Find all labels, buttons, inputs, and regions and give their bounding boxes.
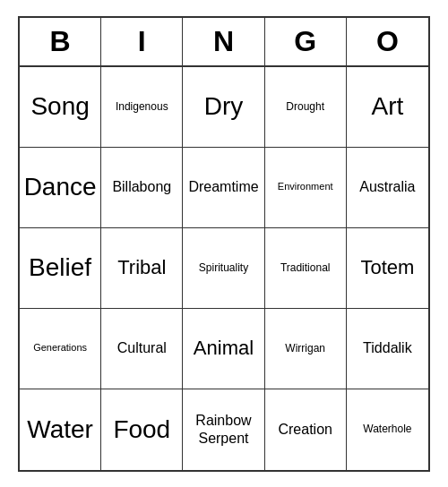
cell-label: Food <box>113 414 170 445</box>
cell-label: Traditional <box>280 261 331 274</box>
cell-r3-c4: Tiddalik <box>347 309 428 389</box>
cell-r3-c1: Cultural <box>101 309 183 389</box>
cell-label: Belief <box>29 252 91 283</box>
cell-r4-c3: Creation <box>265 389 347 470</box>
cell-label: Art <box>372 91 404 122</box>
cell-r2-c3: Traditional <box>265 228 347 309</box>
cell-label: Tiddalik <box>363 339 412 356</box>
cell-r2-c0: Belief <box>20 228 101 309</box>
bingo-card: BINGO SongIndigenousDryDroughtArtDanceBi… <box>18 16 430 472</box>
cell-r3-c2: Animal <box>183 309 264 389</box>
header-letter: B <box>20 18 101 65</box>
cell-label: Dreamtime <box>188 178 258 195</box>
header-letter: O <box>347 18 428 65</box>
cell-label: Environment <box>278 181 333 192</box>
cell-r2-c4: Totem <box>347 228 428 309</box>
cell-r1-c4: Australia <box>347 148 428 228</box>
cell-label: Spirituality <box>199 261 248 274</box>
bingo-header: BINGO <box>20 18 428 67</box>
cell-label: Tribal <box>117 256 166 279</box>
cell-label: Rainbow Serpent <box>195 412 251 446</box>
cell-label: Cultural <box>117 339 167 356</box>
header-letter: I <box>101 18 183 65</box>
bingo-grid: SongIndigenousDryDroughtArtDanceBillabon… <box>20 67 428 470</box>
cell-r3-c0: Generations <box>20 309 101 389</box>
cell-label: Dance <box>24 172 97 202</box>
cell-label: Water <box>27 414 93 445</box>
cell-label: Billabong <box>112 178 171 195</box>
cell-label: Creation <box>278 421 332 438</box>
cell-r2-c1: Tribal <box>101 228 183 309</box>
cell-r0-c3: Drought <box>265 67 347 148</box>
cell-label: Song <box>30 91 89 122</box>
cell-r0-c0: Song <box>20 67 101 148</box>
header-letter: G <box>265 18 347 65</box>
cell-r4-c2: Rainbow Serpent <box>183 389 264 470</box>
cell-r1-c3: Environment <box>265 148 347 228</box>
cell-r3-c3: Wirrigan <box>265 309 347 389</box>
cell-label: Animal <box>194 337 254 360</box>
cell-label: Drought <box>286 100 324 113</box>
cell-r1-c2: Dreamtime <box>183 148 264 228</box>
cell-r0-c2: Dry <box>183 67 264 148</box>
cell-r4-c1: Food <box>101 389 183 470</box>
cell-label: Wirrigan <box>285 342 325 355</box>
cell-label: Australia <box>359 178 415 195</box>
header-letter: N <box>183 18 264 65</box>
cell-label: Indigenous <box>116 100 168 113</box>
cell-r0-c4: Art <box>347 67 428 148</box>
cell-r2-c2: Spirituality <box>183 228 264 309</box>
cell-r0-c1: Indigenous <box>101 67 183 148</box>
cell-r4-c0: Water <box>20 389 101 470</box>
cell-r4-c4: Waterhole <box>347 389 428 470</box>
cell-label: Totem <box>360 256 414 279</box>
cell-label: Waterhole <box>363 423 411 435</box>
cell-r1-c1: Billabong <box>101 148 183 228</box>
cell-label: Generations <box>33 342 87 354</box>
cell-label: Dry <box>204 91 244 122</box>
cell-r1-c0: Dance <box>20 148 101 228</box>
